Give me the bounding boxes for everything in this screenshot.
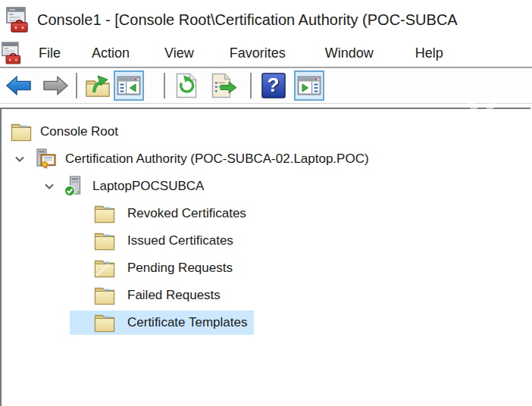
menu-favorites[interactable]: Favorites	[230, 45, 286, 61]
folder-icon	[94, 286, 115, 305]
menu-window[interactable]: Window	[325, 45, 374, 61]
svg-text:?: ?	[268, 73, 280, 96]
tree-item-label: Pending Requests	[127, 261, 233, 276]
tree-item-label: Certification Authority (POC-SUBCA-02.La…	[65, 151, 369, 167]
console-tree-icon	[117, 75, 141, 96]
tree-item-label: Revoked Certificates	[127, 206, 246, 221]
tree-item-laptoppocsubca[interactable]: LaptopPOCSUBCA	[2, 173, 530, 200]
chevron-expanded-icon[interactable]	[12, 151, 27, 167]
forward-arrow-icon	[42, 74, 69, 97]
ca-server-online-icon	[64, 176, 84, 197]
back-button[interactable]	[5, 71, 33, 100]
action-pane-icon	[297, 75, 321, 96]
tree-item-label: Certificate Templates	[127, 315, 247, 330]
folder-icon	[94, 313, 115, 333]
menu-help[interactable]: Help	[415, 45, 443, 61]
toolbar-separator	[250, 73, 252, 98]
mmc-window: Console1 - [Console Root\Certification A…	[0, 0, 532, 406]
title-bar: Console1 - [Console Root\Certification A…	[0, 0, 532, 39]
toolbar: ? ?	[0, 68, 532, 104]
show-hide-action-pane-button[interactable]	[294, 70, 324, 101]
export-list-icon	[210, 73, 237, 98]
toolbar-separator	[76, 73, 77, 98]
forward-button[interactable]	[41, 71, 70, 100]
mmc-console-icon	[6, 6, 30, 33]
folder-icon	[94, 258, 115, 278]
menu-file[interactable]: File	[39, 45, 61, 61]
tree-item-failed-requests[interactable]: Failed Requests	[2, 282, 530, 309]
tree-item-revoked-certificates[interactable]: Revoked Certificates	[2, 200, 530, 227]
export-list-button[interactable]	[209, 71, 238, 100]
tree-item-label: Console Root	[40, 124, 118, 139]
folder-icon	[94, 204, 115, 223]
help-icon: ? ?	[261, 73, 286, 98]
tree-item-certificate-templates[interactable]: Certificate Templates	[2, 309, 530, 336]
folder-icon	[11, 122, 32, 142]
tree-item-pending-requests[interactable]: Pending Requests	[2, 255, 530, 282]
menu-view[interactable]: View	[164, 45, 194, 61]
tree-item-issued-certificates[interactable]: Issued Certificates	[2, 227, 530, 255]
up-one-level-button[interactable]	[83, 71, 112, 100]
refresh-icon	[174, 73, 197, 98]
refresh-button[interactable]	[171, 71, 200, 100]
tree-item-label: Issued Certificates	[127, 233, 233, 248]
menu-action[interactable]: Action	[92, 45, 130, 61]
certification-authority-icon	[35, 148, 57, 170]
window-title: Console1 - [Console Root\Certification A…	[37, 11, 458, 29]
back-arrow-icon	[5, 74, 33, 97]
chevron-expanded-icon[interactable]	[42, 179, 57, 194]
tree-item-label: LaptopPOCSUBCA	[92, 179, 204, 194]
mmc-console-icon-small	[2, 41, 23, 65]
help-button[interactable]: ? ?	[259, 71, 288, 100]
show-hide-console-tree-button[interactable]	[114, 70, 144, 101]
toolbar-separator	[164, 73, 165, 98]
menu-bar: File Action View Favorites Window Help	[0, 39, 532, 68]
tree-item-label: Failed Requests	[127, 288, 221, 303]
tree-item-console-root[interactable]: Console Root	[2, 118, 530, 145]
folder-icon	[94, 231, 115, 251]
up-folder-icon	[84, 73, 111, 98]
console-tree-pane: Console Root	[0, 108, 530, 406]
tree-item-certification-authority[interactable]: Certification Authority (POC-SUBCA-02.La…	[2, 145, 530, 173]
